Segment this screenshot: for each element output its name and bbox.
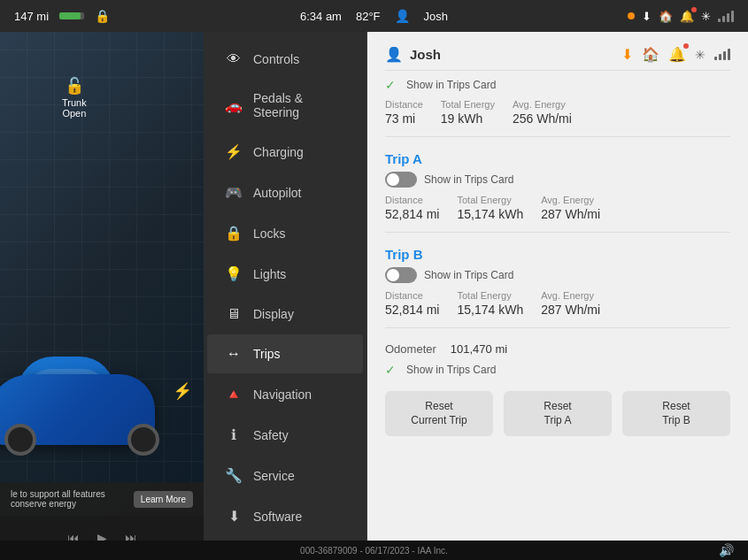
sidebar-item-software[interactable]: ⬇ Software bbox=[207, 496, 363, 536]
bell-header-icon: 🔔 bbox=[668, 46, 686, 63]
hbar2 bbox=[719, 54, 721, 60]
sidebar-item-display[interactable]: 🖥 Display bbox=[207, 295, 363, 334]
bottom-bar-text: 000-36879009 - 06/17/2023 - IAA Inc. bbox=[300, 546, 448, 556]
status-bar: 147 mi 🔒 6:34 am 82°F 👤 Josh ⬇ 🏠 🔔 ✳ bbox=[0, 0, 748, 32]
user-icon: 👤 bbox=[395, 9, 410, 23]
learn-more-button[interactable]: Learn More bbox=[134, 491, 193, 508]
navigation-label: Navigation bbox=[253, 387, 312, 402]
bottom-bar: 000-36879009 - 06/17/2023 - IAA Inc. 🔊 bbox=[0, 541, 748, 560]
trunk-status-value: Open bbox=[62, 108, 86, 119]
trip-b-stat-avg-energy: Avg. Energy 287 Wh/mi bbox=[541, 290, 600, 317]
signal-bars bbox=[718, 11, 734, 22]
current-trip-stat-energy: Total Energy 19 kWh bbox=[441, 99, 495, 126]
trip-a-section: Trip A Show in Trips Card Distance 52,81… bbox=[385, 151, 730, 233]
hbar1 bbox=[714, 57, 717, 60]
main-content: 👤 Josh ⬇ 🏠 🔔 ✳ ✓ Show in Trips Card Dist… bbox=[367, 32, 748, 560]
sidebar-item-autopilot[interactable]: 🎮 Autopilot bbox=[207, 173, 363, 212]
trips-label: Trips bbox=[253, 347, 281, 361]
trip-a-stats: Distance 52,814 mi Total Energy 15,174 k… bbox=[385, 195, 730, 233]
safety-icon: ℹ bbox=[225, 426, 243, 443]
alert-text: le to support all features conserve ener… bbox=[11, 489, 134, 509]
trunk-status-label: Trunk bbox=[62, 97, 87, 108]
orange-indicator bbox=[628, 12, 635, 19]
sidebar-item-charging[interactable]: ⚡ Charging bbox=[207, 132, 363, 172]
sidebar-item-lights[interactable]: 💡 Lights bbox=[207, 254, 363, 294]
odometer-row: Odometer 101,470 mi bbox=[385, 342, 730, 356]
bottom-alert-bar: le to support all features conserve ener… bbox=[0, 482, 204, 516]
download-icon: ⬇ bbox=[642, 10, 652, 23]
signal-bar-4 bbox=[731, 11, 734, 22]
trip-b-toggle[interactable] bbox=[385, 267, 417, 283]
trip-a-stat-energy: Total Energy 15,174 kWh bbox=[457, 195, 523, 221]
trip-b-toggle-knob bbox=[387, 269, 399, 281]
charge-indicator-icon: ⚡ bbox=[173, 381, 192, 401]
current-trip-section: ✓ Show in Trips Card Distance 73 mi Tota… bbox=[385, 78, 730, 137]
autopilot-label: Autopilot bbox=[253, 186, 301, 200]
reset-current-trip-button[interactable]: ResetCurrent Trip bbox=[385, 391, 493, 436]
current-trip-check-icon: ✓ bbox=[385, 78, 396, 92]
current-trip-toggle-label: Show in Trips Card bbox=[406, 79, 496, 91]
hbar3 bbox=[723, 51, 726, 60]
car-wheel-left bbox=[4, 424, 36, 456]
reset-trip-b-button[interactable]: ResetTrip B bbox=[622, 391, 730, 436]
reset-buttons-row: ResetCurrent Trip ResetTrip A ResetTrip … bbox=[385, 391, 730, 436]
home-header-icon: 🏠 bbox=[642, 46, 659, 63]
status-bar-right: ⬇ 🏠 🔔 ✳ bbox=[628, 10, 734, 23]
signal-bar-3 bbox=[727, 13, 729, 22]
mileage-display: 147 mi bbox=[14, 10, 49, 23]
sidebar: 👁 Controls 🚗 Pedals & Steering ⚡ Chargin… bbox=[204, 32, 367, 560]
current-trip-stats: Distance 73 mi Total Energy 19 kWh Avg. … bbox=[385, 99, 730, 137]
car-image bbox=[0, 321, 177, 463]
locks-label: Locks bbox=[253, 226, 286, 241]
sidebar-item-pedals[interactable]: 🚗 Pedals & Steering bbox=[207, 80, 363, 131]
controls-label: Controls bbox=[253, 52, 299, 66]
content-user-title: Josh bbox=[410, 47, 441, 62]
status-bar-left: 147 mi 🔒 bbox=[14, 9, 110, 23]
trip-a-stat-avg-energy: Avg. Energy 287 Wh/mi bbox=[541, 195, 600, 221]
sidebar-item-service[interactable]: 🔧 Service bbox=[207, 456, 363, 495]
time-display: 6:34 am bbox=[300, 10, 342, 23]
software-label: Software bbox=[253, 510, 302, 524]
trip-a-toggle-row: Show in Trips Card bbox=[385, 172, 730, 188]
battery-bar bbox=[59, 12, 84, 19]
lights-label: Lights bbox=[253, 267, 286, 281]
safety-label: Safety bbox=[253, 428, 289, 442]
trip-b-title: Trip B bbox=[385, 247, 730, 262]
lights-icon: 💡 bbox=[225, 265, 243, 282]
odometer-check-icon: ✓ bbox=[385, 363, 396, 377]
trip-a-title: Trip A bbox=[385, 151, 730, 166]
odometer-toggle-label: Show in Trips Card bbox=[406, 364, 496, 376]
trip-b-section: Trip B Show in Trips Card Distance 52,81… bbox=[385, 247, 730, 328]
sidebar-item-trips[interactable]: ↔ Trips bbox=[207, 334, 363, 373]
header-signal-bars bbox=[714, 49, 730, 60]
download-header-icon: ⬇ bbox=[621, 46, 633, 63]
display-icon: 🖥 bbox=[225, 306, 243, 322]
reset-trip-a-button[interactable]: ResetTrip A bbox=[504, 391, 612, 436]
volume-icon[interactable]: 🔊 bbox=[719, 543, 734, 557]
current-trip-stat-avg-energy: Avg. Energy 256 Wh/mi bbox=[513, 99, 572, 126]
autopilot-icon: 🎮 bbox=[225, 184, 243, 201]
header-icons-row: ⬇ 🏠 🔔 ✳ bbox=[621, 46, 730, 63]
trip-b-stat-energy: Total Energy 15,174 kWh bbox=[457, 290, 523, 317]
service-icon: 🔧 bbox=[225, 467, 243, 484]
alert-main-text: le to support all features bbox=[11, 489, 105, 499]
user-name: Josh bbox=[424, 10, 448, 23]
car-visualization: 🔓 Trunk Open ⚡ bbox=[0, 32, 204, 516]
content-header: 👤 Josh ⬇ 🏠 🔔 ✳ bbox=[385, 46, 730, 63]
pedals-label: Pedals & Steering bbox=[253, 91, 345, 119]
hbar4 bbox=[728, 49, 730, 60]
sidebar-item-safety[interactable]: ℹ Safety bbox=[207, 415, 363, 455]
header-divider bbox=[385, 70, 730, 71]
trips-icon: ↔ bbox=[225, 346, 243, 362]
battery-fill bbox=[59, 12, 81, 19]
navigation-icon: 🔺 bbox=[225, 386, 243, 403]
trunk-icon: 🔓 bbox=[62, 76, 87, 96]
current-trip-stat-distance: Distance 73 mi bbox=[385, 99, 423, 126]
locks-icon: 🔒 bbox=[225, 225, 243, 242]
odometer-toggle-row: ✓ Show in Trips Card bbox=[385, 363, 730, 377]
sidebar-item-controls[interactable]: 👁 Controls bbox=[207, 40, 363, 79]
sidebar-item-locks[interactable]: 🔒 Locks bbox=[207, 213, 363, 253]
trip-a-toggle-knob bbox=[387, 173, 399, 186]
trip-a-toggle[interactable] bbox=[385, 172, 417, 188]
sidebar-item-navigation[interactable]: 🔺 Navigation bbox=[207, 374, 363, 414]
